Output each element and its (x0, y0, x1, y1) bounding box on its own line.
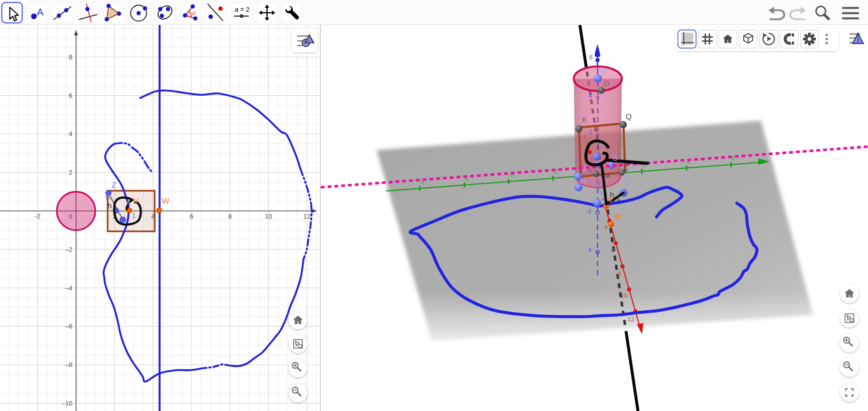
svg-text:Q: Q (626, 113, 632, 121)
svg-text:V: V (608, 196, 613, 205)
svg-text:-4: -4 (586, 246, 592, 254)
svg-text:α: α (192, 10, 196, 16)
svg-text:C: C (599, 143, 604, 152)
svg-text:A: A (126, 199, 131, 208)
svg-text:h: h (108, 201, 112, 210)
svg-text:–4: –4 (65, 284, 72, 292)
svg-text:10: 10 (265, 213, 272, 220)
svg-text:2: 2 (588, 129, 592, 136)
svg-text:8: 8 (618, 270, 621, 277)
svg-text:-2: -2 (34, 213, 40, 220)
svg-text:1: 1 (132, 211, 136, 220)
svg-text:A: A (37, 7, 44, 18)
svg-text:–2: –2 (65, 246, 72, 253)
svg-text:1: 1 (616, 194, 620, 202)
svg-text:K: K (582, 116, 588, 124)
svg-text:Θ: Θ (603, 79, 609, 88)
svg-text:R: R (595, 180, 600, 189)
svg-text:–6: –6 (65, 323, 72, 330)
svg-text:H: H (580, 177, 586, 186)
svg-text:10: 10 (621, 292, 628, 299)
svg-text:W: W (614, 212, 622, 221)
svg-text:R: R (105, 193, 111, 201)
svg-text:0: 0 (588, 167, 592, 175)
svg-text:6: 6 (69, 92, 73, 99)
svg-text:–10: –10 (61, 400, 72, 407)
svg-text:M: M (603, 171, 610, 180)
svg-text:8: 8 (69, 54, 73, 61)
svg-text:S: S (613, 154, 618, 162)
svg-text:8: 8 (228, 213, 232, 220)
svg-text:a = 2: a = 2 (235, 6, 250, 13)
svg-text:Z: Z (624, 179, 629, 188)
svg-text:J: J (583, 164, 587, 173)
svg-text:B: B (600, 66, 606, 76)
svg-text:6: 6 (611, 247, 614, 254)
svg-text:⊥: ⊥ (623, 163, 629, 172)
svg-text:V: V (133, 197, 139, 206)
svg-text:6: 6 (589, 54, 593, 61)
svg-text:-2: -2 (586, 207, 592, 215)
svg-text:12: 12 (303, 213, 310, 220)
svg-text:W: W (162, 197, 169, 206)
svg-text:4: 4 (604, 224, 608, 230)
svg-text:A: A (599, 191, 604, 200)
svg-text:4: 4 (69, 130, 73, 137)
svg-text:12: 12 (628, 316, 634, 323)
svg-text:Z: Z (112, 181, 116, 190)
svg-text:6: 6 (190, 213, 193, 220)
svg-text:–8: –8 (65, 361, 72, 368)
svg-text:2: 2 (69, 169, 73, 176)
svg-text:4: 4 (588, 92, 592, 99)
